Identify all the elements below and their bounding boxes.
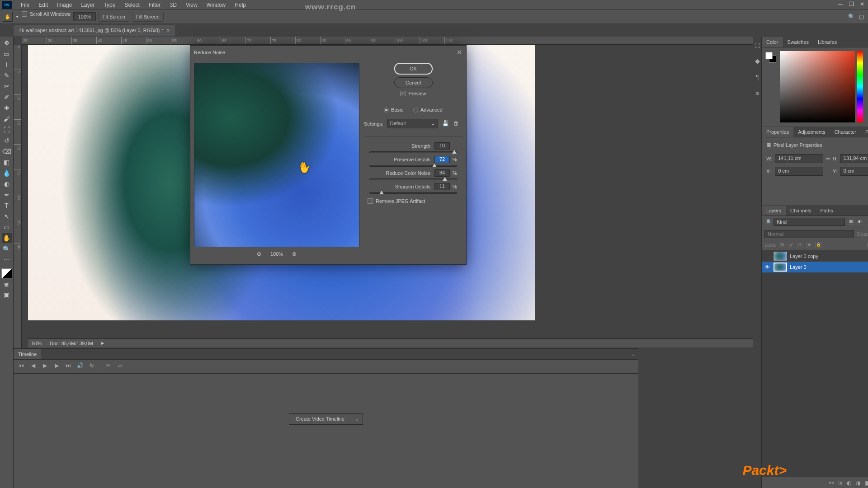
dialog-close-icon[interactable]: ✕ [457, 48, 462, 56]
menu-view[interactable]: View [181, 0, 202, 9]
slider-thumb[interactable] [432, 164, 437, 167]
next-frame-icon[interactable]: ▶ [52, 362, 61, 371]
slider-thumb[interactable] [452, 150, 457, 154]
fg-bg-swatch[interactable] [1, 268, 12, 278]
strength-input[interactable]: 10 [434, 142, 450, 150]
edit-toolbar-icon[interactable]: ⋯ [2, 255, 12, 265]
sharpen-track[interactable] [369, 192, 457, 194]
doc-tab[interactable]: 4k-wallpaper-abstract-art-1413661.jpg @ … [14, 25, 175, 36]
tab-character[interactable]: Character [830, 127, 861, 137]
quick-select-tool-icon[interactable]: ✎ [2, 70, 12, 80]
hand-tool-btn[interactable]: ✋ [2, 233, 12, 243]
preview-checkbox[interactable]: ✓Preview [400, 91, 426, 96]
settings-dropdown[interactable]: Default⌄ [387, 119, 438, 128]
menu-image[interactable]: Image [52, 0, 76, 9]
stamp-tool-icon[interactable]: ⛶ [2, 125, 12, 135]
eyedropper-tool-icon[interactable]: ✐ [2, 92, 12, 102]
tab-color[interactable]: Color [762, 37, 783, 47]
split-icon[interactable]: ✂ [104, 362, 113, 371]
move-tool-icon[interactable]: ✥ [2, 38, 12, 48]
menu-window[interactable]: Window [202, 0, 231, 9]
sharpen-input[interactable]: 11 [434, 183, 450, 190]
zoom-tool-icon[interactable]: 🔍 [2, 244, 12, 254]
search-icon[interactable]: 🔍 [848, 14, 854, 20]
fx-icon[interactable]: fx [838, 480, 842, 486]
layer-item[interactable]: 👁 Layer 0 [762, 262, 868, 272]
menu-select[interactable]: Select [120, 0, 144, 9]
lock-image-icon[interactable]: 🖌 [788, 242, 794, 248]
history-brush-tool-icon[interactable]: ↺ [2, 136, 12, 145]
zoom-input[interactable]: 100% [73, 12, 96, 21]
menu-help[interactable]: Help [230, 0, 250, 9]
y-input[interactable]: 0 cm [840, 167, 868, 176]
restore-icon[interactable]: ❐ [848, 1, 854, 7]
tab-paragraph[interactable]: Paragraph [861, 127, 868, 137]
lock-artboard-icon[interactable]: ▣ [806, 242, 812, 248]
menu-layer[interactable]: Layer [76, 0, 99, 9]
hue-slider[interactable] [857, 51, 863, 122]
adjustment-icon[interactable]: ◑ [856, 480, 860, 486]
create-video-dropdown-icon[interactable]: ⌄ [351, 414, 363, 424]
brush-tool-icon[interactable]: 🖌 [2, 114, 12, 124]
color-field[interactable] [780, 51, 855, 122]
link-layers-icon[interactable]: ⚯ [829, 480, 834, 486]
link-icon[interactable]: ⚯ [826, 156, 830, 162]
crop-tool-icon[interactable]: ✂ [2, 81, 12, 91]
tab-layers[interactable]: Layers [762, 206, 786, 216]
lock-all-icon[interactable]: 🔒 [815, 242, 821, 248]
tab-adjustments[interactable]: Adjustments [793, 127, 830, 137]
search-icon[interactable]: 🔎 [764, 219, 771, 225]
filter-adj-icon[interactable]: ◐ [857, 219, 863, 225]
layer-item[interactable]: Layer 0 copy [762, 251, 868, 262]
transition-icon[interactable]: ▱ [116, 362, 124, 371]
preserve-input[interactable]: 72 [434, 156, 450, 163]
remove-jpeg-checkbox[interactable]: Remove JPEG Artifact [368, 198, 459, 204]
filter-type-icon[interactable]: T [866, 219, 868, 225]
eraser-tool-icon[interactable]: ⌫ [2, 146, 12, 156]
status-zoom[interactable]: 50% [32, 341, 42, 346]
prev-frame-icon[interactable]: ◀ [29, 362, 37, 371]
marquee-tool-icon[interactable]: ▭ [2, 49, 12, 59]
history-icon[interactable]: ⬚ [753, 41, 761, 49]
create-video-timeline-button[interactable]: Create Video Timeline [289, 414, 351, 424]
fg-bg-swatch[interactable] [765, 52, 777, 64]
scroll-all-checkbox[interactable]: Scroll All Windows [22, 11, 71, 17]
tab-libraries[interactable]: Libraries [813, 37, 841, 47]
tab-properties[interactable]: Properties [762, 127, 793, 137]
blur-tool-icon[interactable]: 💧 [2, 168, 12, 178]
preserve-track[interactable] [369, 165, 457, 167]
quick-mask-icon[interactable]: ◙ [2, 279, 12, 289]
lock-transparent-icon[interactable]: ▦ [779, 242, 785, 248]
height-input[interactable]: 131,94 cm [840, 154, 868, 163]
trash-icon[interactable]: 🗑 [453, 120, 460, 127]
create-video-timeline[interactable]: Create Video Timeline ⌄ [289, 413, 363, 425]
play-icon[interactable]: ▶ [41, 362, 49, 371]
visibility-icon[interactable]: 👁 [764, 264, 771, 270]
minimize-icon[interactable]: — [837, 1, 844, 7]
loop-icon[interactable]: ↻ [88, 362, 96, 371]
filter-pixel-icon[interactable]: ▦ [848, 219, 854, 225]
fit-screen-button[interactable]: Fit Screen [99, 12, 129, 22]
slider-thumb[interactable] [443, 177, 447, 181]
fg-color-swatch[interactable] [765, 52, 773, 59]
paragraph-icon[interactable]: ¶ [753, 74, 761, 82]
tab-paths[interactable]: Paths [816, 206, 838, 216]
advanced-radio[interactable]: Advanced [413, 107, 443, 113]
path-tool-icon[interactable]: ↖ [2, 211, 12, 221]
ok-button[interactable]: OK [394, 63, 433, 75]
dialog-titlebar[interactable]: Reduce Noise ✕ [190, 46, 466, 59]
width-input[interactable]: 141,11 cm [775, 154, 823, 163]
chevron-right-icon[interactable]: ▶ [101, 341, 104, 345]
ruler-horizontal[interactable]: 253035404550556065707580859095100105110 [22, 37, 753, 45]
group-icon[interactable]: ▣ [865, 480, 868, 486]
healing-tool-icon[interactable]: ✚ [2, 103, 12, 113]
mask-icon[interactable]: ◐ [847, 480, 851, 486]
blend-mode-dropdown[interactable]: Normal [764, 230, 854, 238]
screen-mode-icon[interactable]: ▣ [2, 290, 12, 300]
shape-tool-icon[interactable]: ▭ [2, 222, 12, 232]
preview-image[interactable]: ✋ [194, 63, 359, 247]
menu-type[interactable]: Type [99, 0, 120, 9]
tab-channels[interactable]: Channels [786, 206, 816, 216]
layer-name[interactable]: Layer 0 [790, 264, 807, 270]
slider-thumb[interactable] [379, 191, 384, 194]
